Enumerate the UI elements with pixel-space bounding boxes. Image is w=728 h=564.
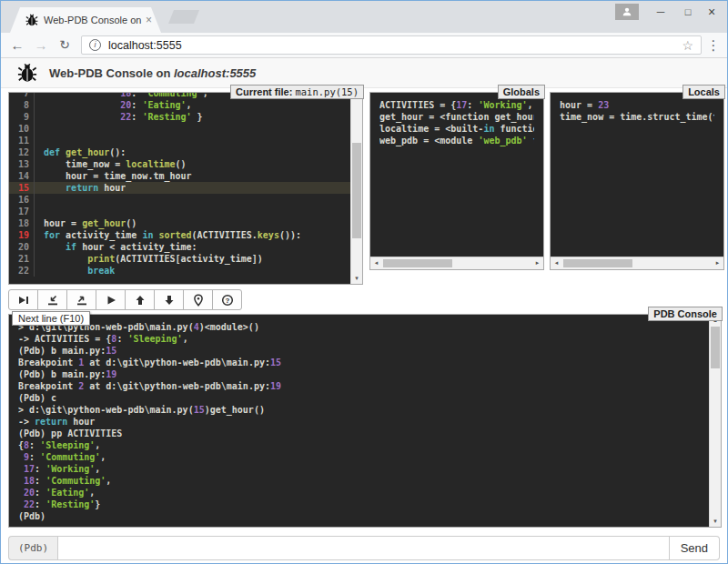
code-line[interactable]: 11 — [9, 135, 350, 146]
code-text: def get_hour(): — [35, 146, 126, 158]
line-number-gutter[interactable]: 22 — [9, 265, 35, 277]
next-line-icon — [17, 294, 30, 307]
pdb-console-panel: PDB Console > d:\git\python-web-pdb\main… — [8, 314, 722, 528]
send-button[interactable]: Send — [670, 536, 720, 560]
scrollbar-thumb[interactable] — [711, 327, 720, 368]
console-line: (Pdb) c — [18, 392, 700, 404]
line-number-gutter[interactable]: 18 — [9, 217, 35, 229]
code-line[interactable]: 21 print(ACTIVITIES[activity_time]) — [9, 253, 350, 265]
line-number-gutter[interactable]: 8 — [9, 99, 35, 111]
code-text: hour = time_now.tm_hour — [35, 170, 192, 182]
code-line[interactable]: 8 20: 'Eating', — [9, 99, 350, 111]
code-line[interactable]: 9 22: 'Resting' } — [9, 111, 350, 123]
globals-panel: Globals ACTIVITIES = {17: 'Working', 18:… — [369, 92, 544, 270]
step-into-button[interactable] — [37, 289, 67, 310]
bug-logo-icon — [17, 63, 37, 83]
where-button[interactable] — [183, 289, 213, 310]
line-number-gutter[interactable]: 16 — [9, 194, 35, 206]
tab-close-icon[interactable]: × — [146, 14, 152, 26]
code-text — [35, 123, 44, 135]
breakpoint-gutter[interactable]: 19 — [9, 229, 35, 241]
code-line[interactable]: 18hour = get_hour() — [9, 217, 350, 229]
line-number-gutter[interactable]: 21 — [9, 253, 35, 265]
continue-button[interactable] — [96, 289, 126, 310]
code-line[interactable]: 14 hour = time_now.tm_hour — [9, 170, 350, 182]
browser-menu-icon[interactable]: ⋮ — [703, 33, 723, 57]
code-line[interactable]: 10 — [9, 123, 350, 135]
code-text: 18: 'Commuting', — [35, 92, 208, 99]
back-icon[interactable]: ← — [6, 33, 28, 57]
line-number-gutter[interactable]: 10 — [9, 123, 35, 135]
stack-down-button[interactable] — [154, 289, 184, 310]
tab-strip: Web-PDB Console on loc × ─ □ × — [1, 1, 727, 33]
line-number-gutter[interactable]: 9 — [9, 111, 35, 123]
line-number-gutter[interactable]: 14 — [9, 170, 35, 182]
code-line[interactable]: 13 time_now = localtime() — [9, 158, 350, 170]
variable-line: get_hour = <function get_hour at 0x0000 — [379, 111, 534, 123]
new-tab-button[interactable] — [168, 10, 199, 24]
close-button[interactable]: × — [698, 1, 725, 23]
code-vertical-scrollbar[interactable]: ▾ — [350, 93, 362, 284]
code-line[interactable]: 22 break — [9, 265, 350, 277]
variable-line: web_pdb = <module 'web_pdb' from ' — [379, 135, 534, 146]
console-line: 18: 'Commuting', — [18, 475, 700, 487]
locals-lines: hour = 23time_now = time.struct_time(tm_… — [551, 93, 723, 257]
code-text: hour = get_hour() — [35, 217, 136, 229]
code-line[interactable]: 15 return hour — [9, 182, 350, 194]
scrollbar-thumb[interactable] — [383, 259, 452, 267]
code-text: print(ACTIVITIES[activity_time]) — [35, 253, 263, 265]
scroll-right-icon[interactable]: ▸ — [531, 257, 543, 269]
bookmark-star-icon[interactable]: ☆ — [682, 38, 693, 53]
help-button[interactable]: ? — [212, 289, 242, 310]
globals-horizontal-scrollbar[interactable]: ◂ ▸ — [370, 257, 543, 269]
minimize-button[interactable]: ─ — [647, 1, 674, 23]
code-text: break — [35, 265, 115, 277]
command-row: (Pdb) Send — [8, 536, 720, 560]
command-input[interactable] — [57, 536, 670, 560]
scroll-right-icon[interactable]: ▸ — [712, 257, 723, 269]
locals-horizontal-scrollbar[interactable]: ◂ ▸ — [551, 257, 723, 269]
address-bar[interactable]: i localhost:5555 ☆ — [81, 35, 702, 55]
current-file-label-prefix: Current file: — [236, 86, 292, 97]
code-line[interactable]: 20 if hour < activity_time: — [9, 241, 350, 253]
code-line[interactable]: 16 — [9, 194, 350, 206]
console-vertical-scrollbar[interactable]: ▴ ▾ — [709, 315, 721, 527]
console-line: > d:\git\python-web-pdb\main.py(4)<modul… — [18, 321, 700, 333]
code-text: time_now = localtime() — [35, 158, 187, 170]
breakpoint-gutter[interactable]: 15 — [9, 182, 35, 194]
line-number-gutter[interactable]: 7 — [9, 92, 35, 99]
web-pdb-page: Web-PDB Console on localhost:5555 Curren… — [1, 58, 727, 563]
next-line-button[interactable] — [8, 289, 38, 310]
page-info-icon[interactable]: i — [89, 39, 101, 51]
reload-icon[interactable]: ↻ — [54, 33, 76, 57]
scroll-down-icon[interactable]: ▾ — [351, 274, 362, 283]
stack-up-button[interactable] — [125, 289, 155, 310]
line-number-gutter[interactable]: 11 — [9, 135, 35, 146]
line-number-gutter[interactable]: 12 — [9, 146, 35, 158]
line-number-gutter[interactable]: 17 — [9, 206, 35, 217]
scroll-left-icon[interactable]: ◂ — [370, 257, 382, 269]
scrollbar-thumb[interactable] — [352, 143, 361, 238]
next-line-tooltip: Next line (F10) — [12, 311, 90, 326]
scroll-down-icon[interactable]: ▾ — [710, 517, 721, 526]
url-text[interactable]: localhost:5555 — [108, 39, 182, 52]
browser-tab[interactable]: Web-PDB Console on loc × — [10, 7, 161, 33]
pdb-console-label: PDB Console — [648, 307, 723, 321]
console-output: > d:\git\python-web-pdb\main.py(4)<modul… — [9, 315, 709, 527]
step-out-button[interactable] — [66, 289, 96, 310]
scroll-left-icon[interactable]: ◂ — [551, 257, 562, 269]
locals-body: hour = 23time_now = time.struct_time(tm_… — [550, 92, 724, 270]
variable-line: ACTIVITIES = {17: 'Working', 18: 'Commut… — [379, 99, 534, 111]
code-line[interactable]: 12def get_hour(): — [9, 146, 350, 158]
line-number-gutter[interactable]: 20 — [9, 241, 35, 253]
stack-up-icon — [134, 294, 147, 307]
code-line[interactable]: 17 — [9, 206, 350, 217]
globals-body: ACTIVITIES = {17: 'Working', 18: 'Commut… — [369, 92, 544, 270]
profile-button[interactable] — [615, 4, 639, 20]
code-text: 20: 'Eating', — [35, 99, 192, 111]
code-line[interactable]: 19for activity_time in sorted(ACTIVITIES… — [9, 229, 350, 241]
line-number-gutter[interactable]: 13 — [9, 158, 35, 170]
console-line: (Pdb) — [18, 510, 700, 522]
scrollbar-thumb[interactable] — [563, 259, 632, 267]
help-icon: ? — [221, 294, 234, 307]
